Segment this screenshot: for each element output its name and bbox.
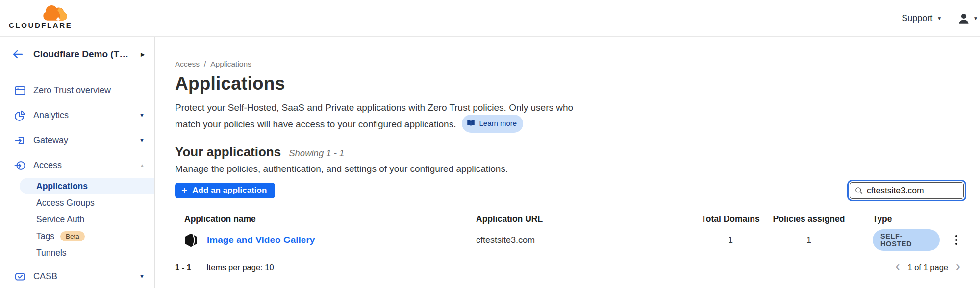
total-domains-cell: 1 xyxy=(696,235,765,245)
sidebar-nav: Zero Trust overview Analytics ▼ Gateway … xyxy=(0,72,154,288)
header-actions: Support ▼ ▼ xyxy=(902,0,980,37)
window-icon xyxy=(14,85,26,96)
learn-more-link[interactable]: Learn more xyxy=(462,115,523,133)
divider xyxy=(199,262,199,273)
user-account-menu[interactable]: ▼ xyxy=(958,13,978,24)
login-arrow-icon xyxy=(14,160,26,171)
policies-assigned-cell: 1 xyxy=(765,235,853,245)
cloudflare-cloud-icon xyxy=(38,3,74,23)
sidebar-item-label: Applications xyxy=(36,181,88,192)
beta-badge: Beta xyxy=(60,231,85,241)
chevron-up-icon[interactable]: ▲ xyxy=(140,163,145,168)
sidebar-item-label: Analytics xyxy=(33,110,69,120)
sidebar-item-tunnels[interactable]: Tunnels xyxy=(20,244,154,261)
sidebar-item-gateway[interactable]: Gateway ▼ xyxy=(0,128,154,153)
chevron-down-icon[interactable]: ▼ xyxy=(139,274,145,279)
breadcrumb-applications[interactable]: Applications xyxy=(210,59,251,69)
table-row: Image and Video Gallery cftestsite3.com … xyxy=(175,227,966,253)
description-line-2: match your policies will have access to … xyxy=(175,116,966,134)
top-header: CLOUDFLARE Support ▼ ▼ xyxy=(0,0,980,37)
showing-count: Showing 1 - 1 xyxy=(289,148,344,159)
support-label: Support xyxy=(902,13,932,24)
support-menu[interactable]: Support ▼ xyxy=(902,13,942,24)
page-description: Protect your Self-Hosted, SaaS and Priva… xyxy=(175,100,966,134)
application-name-link[interactable]: Image and Video Gallery xyxy=(207,235,315,245)
items-per-page-label[interactable]: Items per page: 10 xyxy=(206,263,274,272)
column-application-url: Application URL xyxy=(476,214,696,224)
previous-page-icon[interactable]: ‹ xyxy=(895,260,900,273)
sidebar-item-analytics[interactable]: Analytics ▼ xyxy=(0,103,154,128)
breadcrumb-access[interactable]: Access xyxy=(175,59,200,69)
breadcrumb: Access / Applications xyxy=(175,59,966,69)
sidebar-item-label: CASB xyxy=(33,271,57,282)
application-url-cell: cftestsite3.com xyxy=(476,235,696,245)
chevron-down-icon[interactable]: ▼ xyxy=(139,113,145,118)
table-header-row: Application name Application URL Total D… xyxy=(175,211,966,227)
sidebar-account-header: Cloudflare Demo (T… ▶ xyxy=(0,37,154,72)
breadcrumb-separator: / xyxy=(204,59,206,69)
page-status: 1 of 1 page xyxy=(907,263,948,272)
column-type: Type xyxy=(853,214,940,224)
pagination-summary: 1 - 1 Items per page: 10 xyxy=(175,262,274,273)
user-icon xyxy=(958,13,969,24)
sidebar-item-label: Access Groups xyxy=(36,198,95,208)
learn-more-label: Learn more xyxy=(479,116,517,131)
section-header: Your applications Showing 1 - 1 xyxy=(175,144,966,161)
sidebar-item-access[interactable]: Access ▲ xyxy=(0,153,154,178)
sidebar-expand-icon[interactable]: ▶ xyxy=(141,51,145,58)
sidebar-item-tags[interactable]: Tags Beta xyxy=(20,228,154,244)
chevron-down-icon[interactable]: ▼ xyxy=(139,138,145,143)
sidebar-item-label: Gateway xyxy=(33,135,68,145)
description-line-1: Protect your Self-Hosted, SaaS and Priva… xyxy=(175,100,966,116)
kebab-menu-icon[interactable] xyxy=(953,232,961,248)
chevron-down-icon: ▼ xyxy=(973,16,978,21)
pagination-bar: 1 - 1 Items per page: 10 ‹ 1 of 1 page › xyxy=(175,259,966,276)
main-content: Access / Applications Applications Prote… xyxy=(155,37,980,288)
check-box-icon xyxy=(14,271,26,283)
next-page-icon[interactable]: › xyxy=(956,260,960,273)
chevron-down-icon: ▼ xyxy=(937,16,942,21)
type-badge: SELF-HOSTED xyxy=(873,229,940,251)
sidebar-item-service-auth[interactable]: Service Auth xyxy=(20,211,154,228)
sidebar-item-applications[interactable]: Applications xyxy=(20,178,154,194)
page-title: Applications xyxy=(175,73,966,95)
column-policies-assigned: Policies assigned xyxy=(765,214,853,224)
sidebar-item-label: Access xyxy=(33,160,62,170)
account-name[interactable]: Cloudflare Demo (T… xyxy=(33,49,128,60)
column-total-domains: Total Domains xyxy=(696,214,765,224)
pie-chart-icon xyxy=(14,110,26,121)
search-icon xyxy=(855,186,863,195)
cloudflare-logo[interactable]: CLOUDFLARE xyxy=(9,2,75,34)
add-application-label: Add an application xyxy=(192,186,267,195)
sidebar-item-access-groups[interactable]: Access Groups xyxy=(20,194,154,211)
applications-table: Application name Application URL Total D… xyxy=(175,211,966,253)
book-icon xyxy=(467,120,475,127)
app-cube-icon xyxy=(184,233,198,247)
search-input[interactable] xyxy=(867,186,958,196)
gateway-icon xyxy=(14,135,26,146)
add-application-button[interactable]: + Add an application xyxy=(175,183,275,198)
list-controls: + Add an application xyxy=(175,182,966,199)
sidebar-item-label: Tunnels xyxy=(36,248,67,258)
sidebar-item-zero-trust-overview[interactable]: Zero Trust overview xyxy=(0,78,154,103)
sidebar: Cloudflare Demo (T… ▶ Zero Trust overvie… xyxy=(0,37,155,288)
search-box xyxy=(850,182,964,199)
plus-icon: + xyxy=(181,185,187,195)
sidebar-item-label: Tags xyxy=(36,231,54,241)
cloudflare-logo-text: CLOUDFLARE xyxy=(9,21,72,29)
sidebar-item-label: Service Auth xyxy=(36,215,84,225)
page-navigation: ‹ 1 of 1 page › xyxy=(895,261,966,274)
column-application-name: Application name xyxy=(175,214,476,224)
back-arrow-icon[interactable] xyxy=(12,49,24,61)
section-title: Your applications xyxy=(175,144,281,160)
section-subtitle: Manage the policies, authentication, and… xyxy=(175,162,966,176)
sidebar-item-label: Zero Trust overview xyxy=(33,85,111,96)
zero-trust-dashboard: CLOUDFLARE Support ▼ ▼ Cloudflare Demo (… xyxy=(0,0,980,288)
sidebar-item-casb[interactable]: CASB ▼ xyxy=(0,264,154,288)
item-range: 1 - 1 xyxy=(175,263,191,272)
